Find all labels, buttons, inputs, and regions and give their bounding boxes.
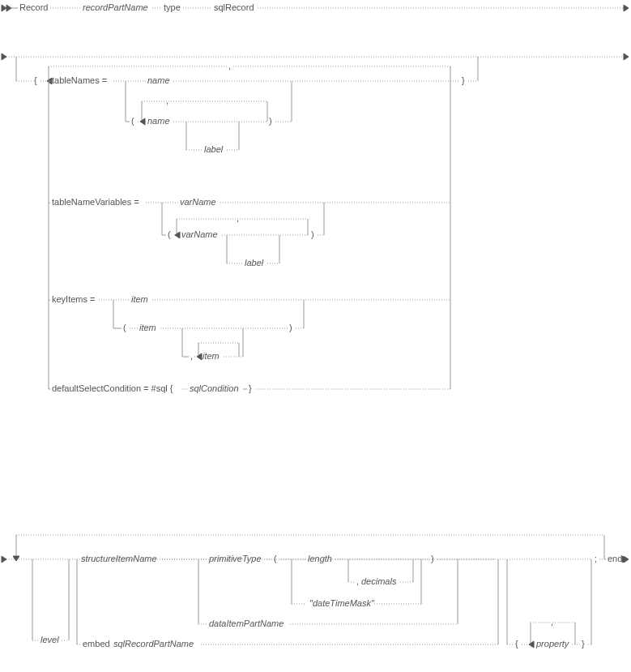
- tnv-rparen: ): [311, 229, 314, 239]
- decimals-comma: ,: [356, 576, 359, 586]
- svg-marker-94: [624, 556, 629, 563]
- ki-lparen: (: [123, 323, 126, 332]
- tableNames-label: tableNames =: [52, 75, 107, 85]
- ki-item3: item: [203, 351, 220, 361]
- line1: Record recordPartName type sqlRecord: [2, 2, 629, 12]
- tn-rparen: ): [269, 116, 272, 126]
- dateTimeMask: "dateTimeMask": [309, 598, 375, 608]
- svg-marker-84: [2, 556, 6, 563]
- dataItemPartName: dataItemPartName: [209, 618, 284, 628]
- svg-marker-8: [2, 54, 6, 60]
- tnv-lparen: (: [168, 229, 171, 239]
- props-comma: ,: [228, 61, 231, 71]
- structureItemName: structureItemName: [81, 554, 157, 563]
- svg-marker-90: [13, 556, 19, 561]
- svg-marker-129: [529, 641, 534, 648]
- decimals-var: decimals: [361, 576, 397, 586]
- prop-rbrace: }: [582, 639, 585, 648]
- ki-comma: ,: [190, 351, 193, 361]
- open-brace: {: [34, 75, 37, 85]
- ki-item1: item: [131, 294, 148, 304]
- svg-marker-50: [175, 232, 180, 238]
- length-var: length: [308, 554, 332, 563]
- svg-marker-7: [624, 5, 629, 11]
- tn-label: label: [204, 144, 224, 154]
- prop-lbrace: {: [515, 639, 518, 648]
- record-kw: Record: [19, 2, 48, 12]
- tableNames-name1: name: [147, 75, 170, 85]
- prop-loop-comma: ,: [551, 617, 553, 627]
- svg-marker-1: [6, 5, 11, 11]
- item-block: ; end level structureItemName primitiveT…: [2, 535, 629, 648]
- embed-kw: embed: [83, 639, 110, 648]
- svg-marker-31: [140, 118, 145, 125]
- end-kw: end: [608, 554, 622, 563]
- item-lparen: (: [274, 554, 277, 563]
- tn-lparen: (: [131, 116, 134, 126]
- close-brace: }: [462, 75, 465, 85]
- svg-marker-74: [197, 353, 202, 360]
- semicolon: ;: [595, 554, 597, 563]
- property-block: { , tableNames = name ( name ) , label t…: [2, 54, 629, 393]
- sqlRecord-kw: sqlRecord: [214, 2, 254, 12]
- tnv-varname1: varName: [180, 197, 216, 207]
- keyItems-label: keyItems =: [52, 294, 96, 304]
- tnv-label: tableNameVariables =: [52, 197, 139, 207]
- dsc-label: defaultSelectCondition = #sql {: [52, 383, 173, 393]
- svg-marker-0: [2, 5, 6, 11]
- dsc-cond: sqlCondition: [190, 383, 239, 393]
- item-rparen: ): [431, 554, 434, 563]
- tnv-label-txt: label: [245, 258, 264, 268]
- tnv-loop-comma: ,: [237, 213, 239, 223]
- type-kw: type: [164, 2, 181, 12]
- property-var: property: [535, 639, 570, 648]
- sqlRecordPartName: sqlRecordPartName: [113, 639, 194, 648]
- ki-item2: item: [139, 323, 156, 332]
- dsc-cbrace: }: [249, 383, 252, 393]
- ki-rparen: ): [289, 323, 292, 332]
- tn-loop-comma: ,: [166, 96, 168, 105]
- primitiveType: primitiveType: [208, 554, 262, 563]
- level-var: level: [41, 635, 59, 644]
- svg-marker-10: [624, 54, 629, 60]
- recordPartName-var: recordPartName: [83, 2, 148, 12]
- tableNames-name2: name: [147, 116, 170, 126]
- tnv-varname2: varName: [181, 229, 218, 239]
